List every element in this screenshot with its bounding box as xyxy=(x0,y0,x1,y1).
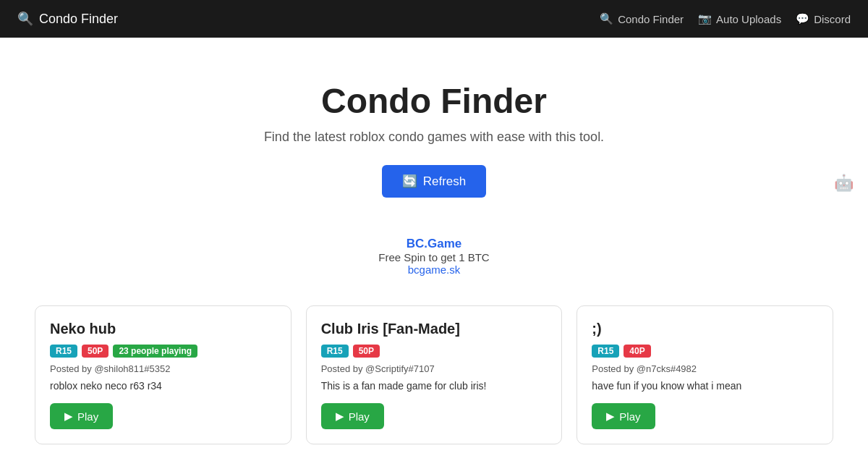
card-1-title: Neko hub xyxy=(50,321,276,337)
play-icon-2: ▶ xyxy=(336,410,344,423)
promo-link[interactable]: bcgame.sk xyxy=(408,263,461,276)
navbar-brand-label: Condo Finder xyxy=(39,12,118,27)
nav-auto-uploads[interactable]: 📷 Auto Uploads xyxy=(698,12,781,25)
page-title: Condo Finder xyxy=(17,81,851,121)
play-icon: ▶ xyxy=(64,410,73,423)
card-3-desc: have fun if you know what i mean xyxy=(592,380,818,392)
card-2-posted: Posted by @Scriptify#7107 xyxy=(321,363,548,374)
discord-icon: 💬 xyxy=(796,12,809,25)
card-3-badges: R15 40P xyxy=(592,345,818,358)
card-1-badges: R15 50P 23 people playing xyxy=(50,345,276,358)
promo-text: Free Spin to get 1 BTC xyxy=(0,251,868,263)
card-1-desc: roblox neko neco r63 r34 xyxy=(50,380,276,392)
card-1-posted: Posted by @shiloh811#5352 xyxy=(50,363,276,374)
badge-playing: 23 people playing xyxy=(113,345,197,358)
badge-50p-2: 50P xyxy=(353,345,380,358)
upload-icon: 📷 xyxy=(698,12,712,25)
nav-condo-finder[interactable]: 🔍 Condo Finder xyxy=(600,12,684,25)
badge-r15: R15 xyxy=(50,345,77,358)
badge-50p: 50P xyxy=(82,345,109,358)
card-3-posted: Posted by @n7cks#4982 xyxy=(592,363,818,374)
card-3-play-button[interactable]: ▶ Play xyxy=(592,403,655,429)
promo-section: BC.Game Free Spin to get 1 BTC bcgame.sk xyxy=(0,237,868,276)
navbar-links: 🔍 Condo Finder 📷 Auto Uploads 💬 Discord xyxy=(600,12,851,25)
hero-section: Condo Finder Find the latest roblox cond… xyxy=(0,38,868,219)
cards-grid: Neko hub R15 50P 23 people playing Poste… xyxy=(35,305,833,444)
game-card-2: Club Iris [Fan-Made] R15 50P Posted by @… xyxy=(306,305,563,444)
card-3-title: ;) xyxy=(592,321,818,337)
navbar-brand[interactable]: 🔍 Condo Finder xyxy=(17,11,118,27)
badge-40p: 40P xyxy=(624,345,650,358)
card-1-play-label: Play xyxy=(77,410,98,423)
promo-title: BC.Game xyxy=(0,237,868,251)
card-2-desc: This is a fan made game for club iris! xyxy=(321,380,548,392)
play-icon-3: ▶ xyxy=(606,410,615,423)
card-3-play-label: Play xyxy=(619,410,640,423)
refresh-label: Refresh xyxy=(423,174,467,189)
nav-discord-label: Discord xyxy=(814,13,851,25)
refresh-button[interactable]: 🔄 Refresh xyxy=(382,165,487,198)
badge-r15-3: R15 xyxy=(592,345,619,358)
nav-auto-uploads-label: Auto Uploads xyxy=(716,13,781,25)
game-card-3: ;) R15 40P Posted by @n7cks#4982 have fu… xyxy=(576,305,833,444)
cards-section: Neko hub R15 50P 23 people playing Poste… xyxy=(0,294,868,456)
hero-subtitle: Find the latest roblox condo games with … xyxy=(17,130,851,145)
game-card-1: Neko hub R15 50P 23 people playing Poste… xyxy=(35,305,292,444)
robot-decoration: 🤖 xyxy=(834,174,854,193)
card-2-badges: R15 50P xyxy=(321,345,548,358)
search-icon-nav: 🔍 xyxy=(600,12,613,25)
refresh-icon: 🔄 xyxy=(402,174,417,189)
search-icon: 🔍 xyxy=(17,11,33,27)
card-2-play-label: Play xyxy=(349,410,370,423)
card-2-play-button[interactable]: ▶ Play xyxy=(321,403,384,429)
badge-r15-2: R15 xyxy=(321,345,349,358)
nav-condo-finder-label: Condo Finder xyxy=(618,13,684,25)
nav-discord[interactable]: 💬 Discord xyxy=(796,12,851,25)
card-1-play-button[interactable]: ▶ Play xyxy=(50,403,113,429)
card-2-title: Club Iris [Fan-Made] xyxy=(321,321,548,337)
navbar: 🔍 Condo Finder 🔍 Condo Finder 📷 Auto Upl… xyxy=(0,0,868,38)
